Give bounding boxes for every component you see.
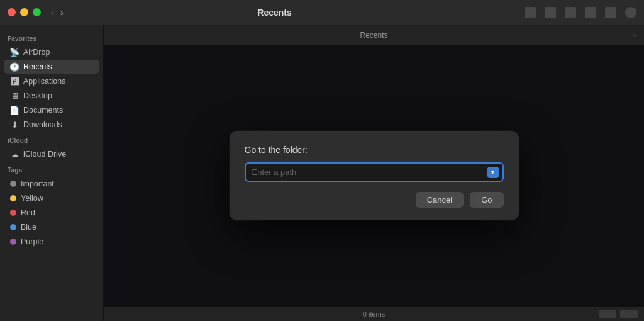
content-header: Recents + [104,25,644,45]
cancel-button[interactable]: Cancel [416,192,464,208]
status-bar-right [599,310,638,318]
tag-yellow-dot [10,195,16,201]
share-icon[interactable] [585,7,596,18]
dialog-buttons: Cancel Go [245,192,504,208]
sidebar-item-airdrop-label: AirDrop [23,48,50,57]
documents-icon: 📄 [10,106,19,115]
sidebar-item-recents-label: Recents [23,62,52,71]
path-input-wrapper: ▾ [245,162,504,182]
dialog-title: Go to the folder: [245,145,504,155]
status-btn-1[interactable] [599,310,616,318]
content-header-label: Recents [360,31,387,40]
minimize-button[interactable] [20,8,28,16]
sidebar-item-applications[interactable]: 🅰 Applications [4,74,99,88]
sidebar-item-tag-yellow-label: Yellow [21,194,43,203]
window-controls [8,8,41,16]
sidebar-item-documents[interactable]: 📄 Documents [4,103,99,117]
status-bar: 0 items [104,306,644,321]
sidebar-item-downloads-label: Downloads [23,120,62,129]
modal-overlay: Go to the folder: ▾ Cancel Go [104,45,644,306]
sidebar-item-airdrop[interactable]: 📡 AirDrop [4,45,99,59]
close-button[interactable] [8,8,16,16]
columns-icon[interactable] [545,7,556,18]
content-pane: Recents + Go to the folder: ▾ Cancel Go [104,25,644,321]
status-btn-2[interactable] [620,310,638,318]
sidebar-item-desktop-label: Desktop [23,91,52,100]
sidebar: Favorites 📡 AirDrop 🕐 Recents 🅰 Applicat… [0,25,104,321]
downloads-icon: ⬇ [10,120,19,129]
title-bar: ‹ › Recents [0,0,644,25]
tag-red-dot [10,210,16,216]
sidebar-item-tag-red[interactable]: Red [4,206,99,220]
airdrop-icon: 📡 [10,48,19,57]
view-icon[interactable] [525,7,536,18]
sidebar-item-tag-yellow[interactable]: Yellow [4,191,99,205]
sidebar-item-downloads[interactable]: ⬇ Downloads [4,118,99,132]
sort-icon[interactable] [565,7,576,18]
tag-blue-dot [10,224,16,230]
window-title: Recents [75,8,474,18]
sidebar-item-tag-blue-label: Blue [21,223,36,232]
toolbar-icons [525,7,636,18]
forward-button[interactable]: › [58,6,66,19]
sidebar-item-tag-blue[interactable]: Blue [4,220,99,234]
item-count: 0 items [363,310,385,318]
sidebar-item-recents[interactable]: 🕐 Recents [4,60,99,74]
content-body: Go to the folder: ▾ Cancel Go [104,45,644,306]
sidebar-item-tag-important-label: Important [21,179,54,188]
sidebar-item-tag-red-label: Red [21,208,35,217]
goto-folder-dialog: Go to the folder: ▾ Cancel Go [230,131,519,220]
sidebar-item-icloud-label: iCloud Drive [23,150,66,159]
icloud-label: iCloud [0,132,103,147]
applications-icon: 🅰 [10,77,19,86]
sidebar-item-icloud-drive[interactable]: ☁ iCloud Drive [4,147,99,161]
go-button[interactable]: Go [470,192,503,208]
desktop-icon: 🖥 [10,91,19,100]
tags-label: Tags [0,162,103,176]
main-area: Favorites 📡 AirDrop 🕐 Recents 🅰 Applicat… [0,25,644,321]
tag-important-dot [10,181,16,187]
nav-arrows: ‹ › [48,6,66,19]
sidebar-item-tag-purple[interactable]: Purple [4,235,99,249]
tag-purple-dot [10,239,16,245]
icloud-drive-icon: ☁ [10,150,19,159]
sidebar-item-applications-label: Applications [23,77,65,86]
path-dropdown-button[interactable]: ▾ [487,167,499,178]
back-button[interactable]: ‹ [48,6,57,19]
recents-icon: 🕐 [10,62,19,71]
sidebar-item-documents-label: Documents [23,106,63,115]
path-input[interactable] [245,162,504,182]
action-icon[interactable] [605,7,616,18]
sidebar-item-tag-important[interactable]: Important [4,177,99,191]
sidebar-item-tag-purple-label: Purple [21,237,43,246]
add-tab-button[interactable]: + [632,30,638,41]
sidebar-item-desktop[interactable]: 🖥 Desktop [4,89,99,103]
favorites-label: Favorites [0,30,103,45]
maximize-button[interactable] [33,8,41,16]
search-icon[interactable] [625,7,636,18]
